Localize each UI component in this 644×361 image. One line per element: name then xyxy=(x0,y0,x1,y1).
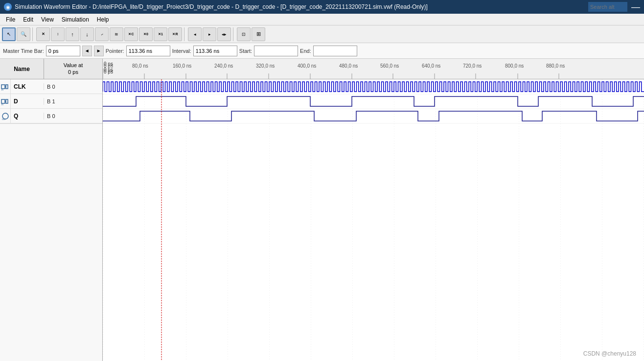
toolbar-btn-left[interactable]: ◂ xyxy=(188,27,202,41)
toolbar-btn-xc9[interactable]: ✕1 xyxy=(154,27,167,41)
label-880ns: 880,0 ns xyxy=(546,63,565,69)
zoom-tool[interactable]: 🔍 xyxy=(17,27,30,41)
toolbar-btn-grid1[interactable]: ⊡ xyxy=(237,27,251,41)
window-title: Simulation Waveform Editor - D:/intelFPG… xyxy=(15,3,428,10)
sep1 xyxy=(32,27,34,41)
signal-row-d[interactable]: in D B 1 xyxy=(0,94,102,109)
watermark: CSDN @chenyu128 xyxy=(583,350,636,357)
master-time-label: Master Time Bar: xyxy=(3,48,44,54)
timebar: Master Time Bar: ◄ ► Pointer: Interval: … xyxy=(0,43,644,59)
label-640ns: 640,0 ns xyxy=(422,63,440,69)
signal-panel: Name Value at0 ps in CLK B 0 xyxy=(0,59,103,361)
signal-header: Name Value at0 ps xyxy=(0,59,102,79)
search-input[interactable] xyxy=(588,2,627,12)
clk-type-icon: in xyxy=(0,79,11,94)
toolbar-btn-xc6[interactable]: ≋ xyxy=(110,27,123,41)
label-400ns: 400,0 ns xyxy=(298,63,316,69)
label-80ns: 80,0 ns xyxy=(132,63,148,69)
timeline-header: 0 ps 0 ps 0 ps 0 ps 80,0 ns 160,0 ns 240… xyxy=(103,59,644,79)
toolbar-btn-xc10[interactable]: ✕R xyxy=(168,27,182,41)
pointer-input[interactable] xyxy=(126,46,170,56)
toolbar-btn-xc4[interactable]: ↓ xyxy=(80,27,94,41)
svg-text:out: out xyxy=(2,118,6,120)
label-0ps: 0 ps xyxy=(104,63,113,69)
d-value: B 1 xyxy=(44,98,102,104)
pointer-tool[interactable]: ↖ xyxy=(2,27,16,41)
main-area: Name Value at0 ps in CLK B 0 xyxy=(0,59,644,361)
app-icon: ◉ xyxy=(4,3,12,11)
svg-text:in: in xyxy=(1,88,3,91)
toolbar-btn-xc11[interactable]: ◂▸ xyxy=(217,27,231,41)
signal-row-clk[interactable]: in CLK B 0 xyxy=(0,79,102,94)
waveform-area[interactable]: 0 ps 0 ps 0 ps 0 ps 80,0 ns 160,0 ns 240… xyxy=(103,59,644,361)
titlebar: ◉ Simulation Waveform Editor - D:/intelF… xyxy=(0,0,644,14)
clk-name: CLK xyxy=(11,83,44,90)
signal-name-header: Name xyxy=(0,59,44,79)
d-name: D xyxy=(11,98,44,105)
signal-value-header: Value at0 ps xyxy=(44,59,102,79)
label-720ns: 720,0 ns xyxy=(463,63,482,69)
prev-btn[interactable]: ◄ xyxy=(82,46,92,56)
menu-simulation[interactable]: Simulation xyxy=(58,15,93,24)
end-input[interactable] xyxy=(313,46,357,56)
toolbar: ↖ 🔍 ✕ ↕ ↑ ↓ ⌿ ≋ ✕C ✕0 ✕1 ✕R ◂ ▸ ◂▸ ⊡ ⊞ xyxy=(0,25,644,43)
menu-view[interactable]: View xyxy=(37,15,58,24)
clk-value: B 0 xyxy=(44,84,102,90)
grid-bg xyxy=(103,79,644,361)
toolbar-btn-xc3[interactable]: ↑ xyxy=(66,27,79,41)
waveform-svg xyxy=(103,79,644,361)
toolbar-btn-xc5[interactable]: ⌿ xyxy=(95,27,109,41)
master-time-input[interactable] xyxy=(46,46,80,56)
toolbar-btn-right[interactable]: ▸ xyxy=(203,27,216,41)
menubar: File Edit View Simulation Help xyxy=(0,14,644,25)
start-label: Start: xyxy=(239,48,252,54)
label-320ns: 320,0 ns xyxy=(256,63,275,69)
label-560ns: 560,0 ns xyxy=(380,63,399,69)
toolbar-btn-xc1[interactable]: ✕ xyxy=(36,27,50,41)
toolbar-btn-grid2[interactable]: ⊞ xyxy=(252,27,265,41)
label-800ns: 800,0 ns xyxy=(505,63,524,69)
menu-edit[interactable]: Edit xyxy=(19,15,37,24)
menu-file[interactable]: File xyxy=(2,15,19,24)
timeline-svg: 0 ps 0 ps 0 ps 0 ps 80,0 ns 160,0 ns 240… xyxy=(103,59,644,79)
label-240ns: 240,0 ns xyxy=(214,63,233,69)
close-button[interactable]: — xyxy=(631,2,640,12)
q-value: B 0 xyxy=(44,113,102,119)
interval-input[interactable] xyxy=(193,46,237,56)
q-name: Q xyxy=(11,113,44,120)
label-480ns: 480,0 ns xyxy=(339,63,358,69)
toolbar-btn-xc7[interactable]: ✕C xyxy=(124,27,138,41)
signal-empty-area xyxy=(0,123,102,361)
svg-text:0 ps: 0 ps xyxy=(104,69,113,74)
q-type-icon: out xyxy=(0,109,11,123)
next-btn[interactable]: ► xyxy=(94,46,104,56)
svg-text:in: in xyxy=(1,103,3,106)
label-160ns: 160,0 ns xyxy=(173,63,191,69)
signal-row-q[interactable]: out Q B 0 xyxy=(0,109,102,123)
interval-label: Interval: xyxy=(172,48,191,54)
title-left: ◉ Simulation Waveform Editor - D:/intelF… xyxy=(4,3,428,11)
d-type-icon: in xyxy=(0,94,11,109)
toolbar-btn-xc8[interactable]: ✕0 xyxy=(139,27,153,41)
toolbar-btn-xc2[interactable]: ↕ xyxy=(51,27,65,41)
menu-help[interactable]: Help xyxy=(93,15,113,24)
sep2 xyxy=(184,27,186,41)
end-label: End: xyxy=(300,48,311,54)
sep3 xyxy=(233,27,235,41)
pointer-label: Pointer: xyxy=(106,48,124,54)
waveform-canvas[interactable]: CSDN @chenyu128 xyxy=(103,79,644,361)
start-input[interactable] xyxy=(254,46,298,56)
